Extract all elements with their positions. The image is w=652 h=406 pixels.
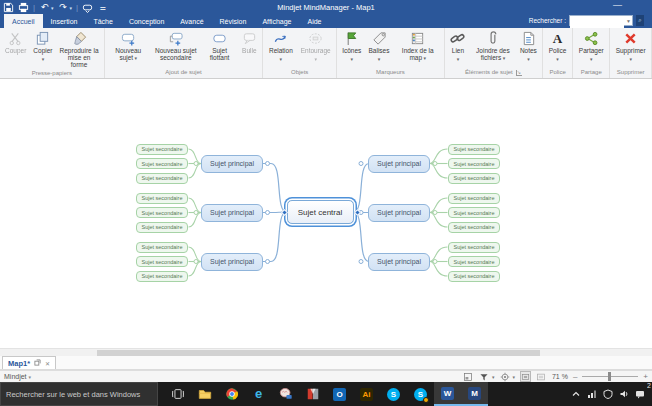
main-topic-left-2[interactable]: Sujet principal: [201, 204, 263, 222]
subtopic-right-3-2[interactable]: Sujet secondaire: [448, 256, 500, 267]
subtopic-left-1-1[interactable]: Sujet secondaire: [136, 144, 188, 155]
zoom-out-button[interactable]: –: [573, 372, 577, 381]
subtopic-right-2-1[interactable]: Sujet secondaire: [448, 193, 500, 204]
ribbon-button-notes[interactable]: Notes ▾: [517, 29, 540, 63]
dialog-launcher-icon[interactable]: [516, 70, 522, 76]
subtopic-right-1-2[interactable]: Sujet secondaire: [448, 158, 500, 169]
ribbon-button-partager[interactable]: Partager ▾: [575, 29, 607, 63]
search-dropdown-icon[interactable]: ▼: [626, 18, 631, 24]
main-topic-left-3[interactable]: Sujet principal: [201, 253, 263, 271]
main-topic-right-3[interactable]: Sujet principal: [368, 253, 430, 271]
taskbar-app-skype-icon[interactable]: S: [380, 382, 407, 406]
taskbar-app-brain-app-icon[interactable]: [272, 382, 299, 406]
ribbon-button-police[interactable]: APolice ▾: [545, 29, 570, 63]
tab-conception[interactable]: Conception: [121, 14, 172, 28]
ribbon-button-label: Supprimer ▾: [615, 47, 646, 63]
ribbon-button-balises[interactable]: Balises ▾: [366, 29, 393, 63]
main-topic-right-2[interactable]: Sujet principal: [368, 204, 430, 222]
topic-icon[interactable]: [82, 2, 93, 13]
ribbon-button-icones[interactable]: Icônes ▾: [339, 29, 365, 63]
tab-insertion[interactable]: Insertion: [43, 14, 86, 28]
subtopic-right-3-3[interactable]: Sujet secondaire: [448, 271, 500, 282]
ribbon-button-copier[interactable]: Copier ▾: [30, 29, 55, 63]
zoom-in-button[interactable]: +: [643, 372, 648, 381]
zoom-slider[interactable]: [582, 376, 638, 377]
tab-accueil[interactable]: Accueil: [4, 14, 43, 28]
taskbar-app-edge-icon[interactable]: e: [245, 382, 272, 406]
subtopic-right-1-3[interactable]: Sujet secondaire: [448, 173, 500, 184]
network-icon[interactable]: [587, 388, 597, 400]
taskbar-search-input[interactable]: Rechercher sur le web et dans Windows: [0, 382, 158, 406]
horizontal-scrollbar[interactable]: [0, 348, 652, 356]
ribbon-button-nouveau-sujet[interactable]: Nouveau sujet ▾: [107, 29, 150, 62]
subtopic-left-1-3[interactable]: Sujet secondaire: [136, 173, 188, 184]
ribbon-button-relation[interactable]: Relation ▾: [265, 29, 296, 63]
subtopic-left-3-1[interactable]: Sujet secondaire: [136, 242, 188, 253]
defender-icon[interactable]: [603, 388, 613, 400]
select-target-icon-caret[interactable]: ▾: [512, 374, 515, 380]
search-go-icon[interactable]: ⌕: [636, 15, 644, 26]
tab-avance[interactable]: Avancé: [172, 14, 211, 28]
map-canvas[interactable]: Sujet principalSujet secondaireSujet sec…: [0, 79, 652, 348]
print-icon[interactable]: [18, 2, 29, 13]
close-tab-icon[interactable]: ✕: [45, 360, 50, 367]
ribbon-button-couper: Couper: [2, 29, 29, 54]
subtopic-left-3-2[interactable]: Sujet secondaire: [136, 256, 188, 267]
float-window-icon[interactable]: [34, 359, 41, 367]
ribbon-button-lien[interactable]: Lien ▾: [447, 29, 469, 63]
presentation-icon[interactable]: [463, 371, 474, 382]
undo-caret-icon[interactable]: ▾: [51, 5, 54, 11]
chevron-up-icon[interactable]: [571, 388, 581, 400]
filter-icon-caret[interactable]: ▾: [492, 374, 495, 380]
taskbar-app-task-view-icon[interactable]: [164, 382, 191, 406]
taskbar-app-outlook-icon[interactable]: O: [326, 382, 353, 406]
tab-affichage[interactable]: Affichage: [254, 14, 299, 28]
minimize-button[interactable]: —: [613, 0, 622, 10]
taskbar-app-mindmanager-icon[interactable]: M: [461, 382, 488, 406]
undo-icon[interactable]: ↶: [39, 2, 50, 13]
taskbar-app-illustrator-icon[interactable]: Ai: [353, 382, 380, 406]
subtopic-left-2-2[interactable]: Sujet secondaire: [136, 207, 188, 218]
save-icon[interactable]: [3, 2, 14, 13]
fit-map-icon[interactable]: [520, 371, 531, 382]
taskbar-app-file-explorer-icon[interactable]: [191, 382, 218, 406]
tab-tache[interactable]: Tâche: [85, 14, 120, 28]
message-icon[interactable]: [635, 388, 645, 400]
volume-icon[interactable]: [619, 388, 629, 400]
document-tab-map1[interactable]: Map1* ✕: [2, 356, 56, 369]
subtopic-right-3-1[interactable]: Sujet secondaire: [448, 242, 500, 253]
select-target-icon[interactable]: [499, 371, 510, 382]
subtopic-right-1-1[interactable]: Sujet secondaire: [448, 144, 500, 155]
subtopic-left-2-3[interactable]: Sujet secondaire: [136, 222, 188, 233]
ribbon-button-supprimer[interactable]: Supprimer ▾: [612, 29, 649, 63]
dropdown-caret-icon: ▾: [422, 55, 426, 61]
ribbon-button-index-de-la-map[interactable]: Index de la map ▾: [394, 29, 442, 62]
redo-caret-icon[interactable]: ▾: [70, 5, 73, 11]
subtopic-left-1-2[interactable]: Sujet secondaire: [136, 158, 188, 169]
search-combobox[interactable]: ▼: [569, 15, 633, 26]
taskbar-clock[interactable]: 2: [647, 382, 652, 406]
mindjet-menu[interactable]: Mindjet ▾: [4, 373, 31, 380]
fit-selection-icon[interactable]: [536, 371, 547, 382]
zoom-slider-thumb[interactable]: [608, 372, 611, 381]
tab-revision[interactable]: Révision: [212, 14, 255, 28]
central-topic[interactable]: Sujet central: [287, 200, 354, 224]
subtopic-left-3-3[interactable]: Sujet secondaire: [136, 271, 188, 282]
tab-aide[interactable]: Aide: [299, 14, 329, 28]
subtopic-right-2-3[interactable]: Sujet secondaire: [448, 222, 500, 233]
ribbon-button-reproduire-la-mise-en-forme[interactable]: Reproduire la mise en forme: [56, 29, 101, 68]
subtopic-right-2-2[interactable]: Sujet secondaire: [448, 207, 500, 218]
main-topic-left-1[interactable]: Sujet principal: [201, 155, 263, 173]
filter-icon[interactable]: [479, 371, 490, 382]
customize-quick-access-icon[interactable]: ⚌: [97, 2, 108, 13]
taskbar-app-skype-business-icon[interactable]: S: [407, 382, 434, 406]
taskbar-app-word-icon[interactable]: W: [434, 382, 461, 406]
taskbar-app-red-app-icon[interactable]: [299, 382, 326, 406]
redo-icon[interactable]: ↷: [58, 2, 69, 13]
ribbon-button-sujet-flottant[interactable]: Sujet flottant: [202, 29, 238, 61]
main-topic-right-1[interactable]: Sujet principal: [368, 155, 430, 173]
ribbon-button-nouveau-sujet-secondaire[interactable]: Nouveau sujet secondaire: [151, 29, 201, 61]
ribbon-button-joindre-des-fichiers[interactable]: Joindre des fichiers ▾: [470, 29, 516, 62]
taskbar-app-chrome-icon[interactable]: [218, 382, 245, 406]
subtopic-left-2-1[interactable]: Sujet secondaire: [136, 193, 188, 204]
